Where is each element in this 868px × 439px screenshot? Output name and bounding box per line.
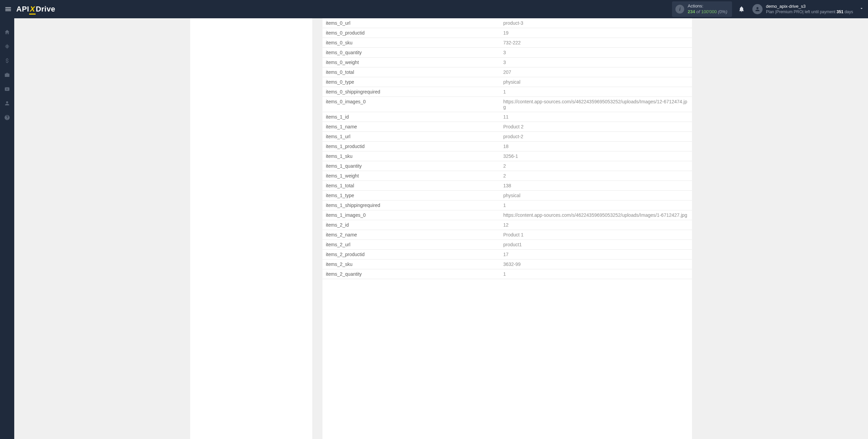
actions-pct: (0%) bbox=[718, 9, 727, 14]
user-text: demo_apix-drive_s3 Plan |Premium PRO| le… bbox=[766, 4, 853, 15]
field-value: 138 bbox=[500, 181, 692, 191]
notifications-button[interactable] bbox=[738, 6, 745, 13]
actions-box[interactable]: i Actions: 234 of 100'000 (0%) bbox=[672, 1, 732, 17]
table-row: items_2_productid17 bbox=[322, 250, 692, 259]
left-panel bbox=[190, 18, 312, 439]
logo[interactable]: APIXDrive bbox=[16, 5, 55, 14]
table-row: items_1_weight2 bbox=[322, 171, 692, 181]
user-name: demo_apix-drive_s3 bbox=[766, 4, 853, 9]
field-key: items_2_url bbox=[322, 240, 500, 250]
sidebar-item-account[interactable] bbox=[0, 96, 14, 110]
field-value: physical bbox=[500, 191, 692, 201]
user-icon bbox=[4, 100, 10, 106]
diagram-icon bbox=[4, 43, 10, 49]
field-key: items_1_quantity bbox=[322, 161, 500, 171]
field-value: 12 bbox=[500, 220, 692, 230]
field-value: product-3 bbox=[500, 18, 692, 28]
table-row: items_0_total207 bbox=[322, 67, 692, 77]
table-row: items_2_sku3632-99 bbox=[322, 259, 692, 269]
field-value: 19 bbox=[500, 28, 692, 38]
field-value: 17 bbox=[500, 250, 692, 259]
user-menu-toggle[interactable] bbox=[859, 6, 864, 12]
field-value: Product 1 bbox=[500, 230, 692, 240]
menu-button[interactable] bbox=[4, 5, 12, 13]
field-value: 1 bbox=[500, 87, 692, 97]
app-header: APIXDrive i Actions: 234 of 100'000 (0%) bbox=[0, 0, 868, 18]
field-value: 18 bbox=[500, 142, 692, 151]
field-value: product-2 bbox=[500, 132, 692, 142]
field-key: items_0_quantity bbox=[322, 48, 500, 58]
chevron-down-icon bbox=[859, 6, 864, 11]
table-row: items_2_quantity1 bbox=[322, 269, 692, 279]
field-value: 207 bbox=[500, 67, 692, 77]
field-value: Product 2 bbox=[500, 122, 692, 132]
field-value: 2 bbox=[500, 161, 692, 171]
field-key: items_1_shippingrequired bbox=[322, 201, 500, 210]
sidebar-item-billing[interactable] bbox=[0, 54, 14, 68]
field-key: items_0_productid bbox=[322, 28, 500, 38]
field-value: 2 bbox=[500, 171, 692, 181]
table-row: items_0_productid19 bbox=[322, 28, 692, 38]
field-key: items_1_total bbox=[322, 181, 500, 191]
table-row: items_1_typephysical bbox=[322, 191, 692, 201]
field-key: items_0_weight bbox=[322, 58, 500, 67]
table-row: items_0_urlproduct-3 bbox=[322, 18, 692, 28]
field-value: 1 bbox=[500, 269, 692, 279]
table-row: items_1_id11 bbox=[322, 112, 692, 122]
sidebar-item-home[interactable] bbox=[0, 25, 14, 39]
youtube-icon bbox=[4, 86, 10, 92]
table-row: items_1_sku3256-1 bbox=[322, 151, 692, 161]
field-key: items_2_productid bbox=[322, 250, 500, 259]
field-key: items_2_name bbox=[322, 230, 500, 240]
actions-label: Actions: bbox=[688, 3, 727, 9]
dollar-icon bbox=[4, 58, 10, 64]
sidebar-item-connections[interactable] bbox=[0, 39, 14, 54]
table-row: items_0_typephysical bbox=[322, 77, 692, 87]
field-key: items_1_productid bbox=[322, 142, 500, 151]
field-value: 1 bbox=[500, 201, 692, 210]
sidebar-item-help[interactable] bbox=[0, 110, 14, 125]
field-key: items_1_id bbox=[322, 112, 500, 122]
help-icon bbox=[4, 114, 10, 121]
field-value: 3 bbox=[500, 58, 692, 67]
main-content: items_0_urlproduct-3items_0_productid19i… bbox=[14, 18, 868, 439]
sidebar-item-video[interactable] bbox=[0, 82, 14, 96]
field-value: 3632-99 bbox=[500, 259, 692, 269]
table-row: items_1_urlproduct-2 bbox=[322, 132, 692, 142]
field-value: 3 bbox=[500, 48, 692, 58]
field-value: physical bbox=[500, 77, 692, 87]
table-row: items_1_quantity2 bbox=[322, 161, 692, 171]
field-value: 3256-1 bbox=[500, 151, 692, 161]
table-row: items_2_id12 bbox=[322, 220, 692, 230]
sidebar-item-briefcase[interactable] bbox=[0, 68, 14, 82]
table-row: items_1_shippingrequired1 bbox=[322, 201, 692, 210]
actions-text: Actions: 234 of 100'000 (0%) bbox=[688, 3, 727, 15]
table-row: items_0_shippingrequired1 bbox=[322, 87, 692, 97]
sidebar bbox=[0, 18, 14, 439]
table-row: items_1_productid18 bbox=[322, 142, 692, 151]
field-key: items_0_url bbox=[322, 18, 500, 28]
table-row: items_2_urlproduct1 bbox=[322, 240, 692, 250]
field-value: product1 bbox=[500, 240, 692, 250]
field-key: items_1_type bbox=[322, 191, 500, 201]
field-key: items_1_sku bbox=[322, 151, 500, 161]
field-key: items_1_url bbox=[322, 132, 500, 142]
field-key: items_0_images_0 bbox=[322, 97, 500, 112]
actions-total: 100'000 bbox=[701, 9, 717, 14]
table-row: items_0_images_0https://content.app-sour… bbox=[322, 97, 692, 112]
field-key: items_1_name bbox=[322, 122, 500, 132]
logo-x: X bbox=[30, 5, 35, 14]
actions-of: of bbox=[696, 9, 700, 14]
actions-count: 234 bbox=[688, 9, 695, 14]
data-table: items_0_urlproduct-3items_0_productid19i… bbox=[322, 18, 692, 279]
info-icon: i bbox=[675, 5, 684, 14]
table-row: items_0_sku732-222 bbox=[322, 38, 692, 48]
field-key: items_0_sku bbox=[322, 38, 500, 48]
logo-drive: Drive bbox=[36, 5, 55, 14]
user-menu[interactable]: demo_apix-drive_s3 Plan |Premium PRO| le… bbox=[752, 4, 864, 15]
hamburger-icon bbox=[4, 5, 12, 13]
home-icon bbox=[4, 29, 10, 35]
table-row: items_0_quantity3 bbox=[322, 48, 692, 58]
briefcase-icon bbox=[4, 72, 10, 78]
field-value: https://content.app-sources.com/s/462243… bbox=[500, 210, 692, 220]
